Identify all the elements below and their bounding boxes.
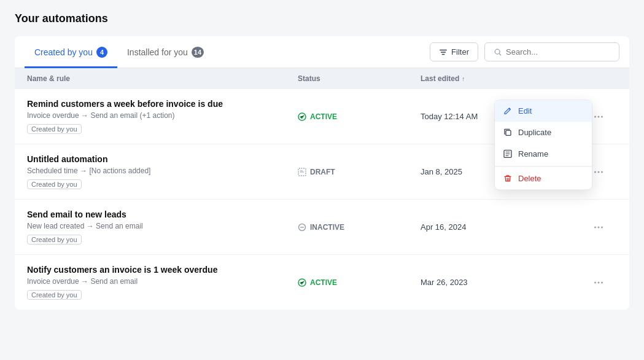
tab-installed-for-you-label: Installed for you bbox=[127, 47, 188, 57]
draft-icon bbox=[298, 168, 306, 176]
created-by-badge: Created by you bbox=[27, 290, 82, 300]
delete-label: Delete bbox=[518, 174, 541, 183]
check-icon bbox=[298, 112, 306, 121]
check-icon bbox=[298, 278, 306, 287]
status-cell: INACTIVE bbox=[298, 223, 421, 232]
col-last-edited-label: Last edited bbox=[421, 74, 459, 83]
more-button[interactable] bbox=[588, 219, 609, 235]
tabs-bar: Created by you 4 Installed for you 14 Fi… bbox=[15, 36, 629, 68]
svg-point-14 bbox=[598, 226, 600, 228]
col-name-rule: Name & rule bbox=[27, 74, 298, 83]
tabs-right: Filter bbox=[430, 42, 619, 61]
page-title: Your automations bbox=[15, 12, 629, 25]
edit-label: Edit bbox=[518, 106, 532, 115]
automation-rule: Invoice overdue → Send an email (+1 acti… bbox=[27, 111, 298, 120]
automation-name: Send email to new leads bbox=[27, 209, 298, 219]
svg-point-19 bbox=[601, 281, 603, 283]
dropdown-rename[interactable]: Rename bbox=[495, 143, 592, 165]
row-info: Send email to new leads New lead created… bbox=[27, 209, 298, 245]
svg-point-8 bbox=[601, 171, 603, 173]
table-header: Name & rule Status Last edited ↑ bbox=[15, 68, 629, 89]
row-info: Untitled automation Scheduled time → [No… bbox=[27, 154, 298, 189]
last-edited-cell: Apr 16, 2024 bbox=[421, 222, 580, 232]
dropdown-delete[interactable]: Delete bbox=[495, 168, 592, 189]
status-cell: ACTIVE bbox=[298, 278, 421, 287]
svg-point-6 bbox=[594, 171, 596, 173]
automation-rule: Invoice overdue → Send an email bbox=[27, 277, 298, 286]
tab-created-by-you[interactable]: Created by you 4 bbox=[25, 37, 117, 68]
status-label: INACTIVE bbox=[310, 223, 344, 232]
created-by-badge: Created by you bbox=[27, 124, 82, 134]
svg-point-13 bbox=[594, 226, 596, 228]
row-info: Remind customers a week before invoice i… bbox=[27, 99, 298, 134]
created-by-badge: Created by you bbox=[27, 179, 82, 189]
tab-created-by-you-badge: 4 bbox=[96, 47, 107, 58]
automation-name: Notify customers an invoice is 1 week ov… bbox=[27, 265, 298, 275]
svg-point-4 bbox=[601, 115, 603, 117]
svg-rect-9 bbox=[506, 130, 511, 135]
svg-point-15 bbox=[601, 226, 603, 228]
dropdown-edit[interactable]: Edit bbox=[495, 100, 592, 122]
inactive-icon bbox=[298, 223, 306, 232]
rename-icon bbox=[503, 149, 512, 158]
created-by-badge: Created by you bbox=[27, 235, 82, 245]
actions-cell bbox=[580, 219, 617, 235]
filter-label: Filter bbox=[451, 47, 469, 57]
table-row: Send email to new leads New lead created… bbox=[15, 200, 629, 255]
automation-rule: New lead created → Send an email bbox=[27, 222, 298, 230]
sort-arrow-icon: ↑ bbox=[462, 76, 465, 82]
ellipsis-icon bbox=[593, 277, 604, 288]
search-icon bbox=[494, 48, 502, 57]
status-label: DRAFT bbox=[310, 168, 335, 176]
automation-name: Untitled automation bbox=[27, 154, 298, 164]
filter-button[interactable]: Filter bbox=[430, 42, 478, 61]
svg-point-7 bbox=[598, 171, 600, 173]
col-status: Status bbox=[298, 74, 421, 83]
delete-icon bbox=[503, 174, 512, 182]
rule-text: New lead created → Send an email bbox=[27, 222, 143, 230]
last-edited-cell: Mar 26, 2023 bbox=[421, 278, 580, 287]
ellipsis-icon bbox=[593, 166, 604, 178]
status-cell: DRAFT bbox=[298, 168, 421, 176]
rule-text: Scheduled time → [No actions added] bbox=[27, 166, 150, 175]
svg-point-2 bbox=[594, 115, 596, 117]
svg-point-17 bbox=[594, 281, 596, 283]
edit-icon bbox=[503, 106, 512, 115]
table-row: Notify customers an invoice is 1 week ov… bbox=[15, 255, 629, 310]
duplicate-label: Duplicate bbox=[518, 128, 551, 137]
search-box[interactable] bbox=[484, 42, 619, 61]
actions-cell bbox=[580, 275, 617, 291]
dropdown-duplicate[interactable]: Duplicate bbox=[495, 122, 592, 143]
page-container: Your automations Created by you 4 Instal… bbox=[0, 0, 644, 360]
automations-table: Name & rule Status Last edited ↑ Remind … bbox=[15, 68, 629, 310]
rule-text: Invoice overdue → Send an email bbox=[27, 277, 138, 286]
ellipsis-icon bbox=[593, 111, 604, 122]
duplicate-icon bbox=[503, 128, 512, 136]
row-info: Notify customers an invoice is 1 week ov… bbox=[27, 265, 298, 300]
rule-text: Invoice overdue → Send an email (+1 acti… bbox=[27, 111, 174, 120]
status-cell: ACTIVE bbox=[298, 112, 421, 121]
more-button[interactable] bbox=[588, 275, 609, 291]
tab-created-by-you-label: Created by you bbox=[34, 47, 93, 57]
svg-point-18 bbox=[598, 281, 600, 283]
tabs-left: Created by you 4 Installed for you 14 bbox=[25, 36, 214, 68]
status-label: ACTIVE bbox=[310, 278, 337, 287]
svg-point-3 bbox=[598, 115, 600, 117]
filter-icon bbox=[439, 48, 448, 57]
dropdown-menu: Edit Duplicate Rename bbox=[494, 100, 592, 190]
status-label: ACTIVE bbox=[310, 112, 337, 121]
col-last-edited[interactable]: Last edited ↑ bbox=[421, 74, 580, 83]
automation-rule: Scheduled time → [No actions added] bbox=[27, 166, 298, 175]
dropdown-divider bbox=[495, 166, 592, 166]
table-row: Untitled automation Scheduled time → [No… bbox=[15, 144, 629, 200]
ellipsis-icon bbox=[593, 222, 604, 233]
tab-installed-for-you-badge: 14 bbox=[192, 47, 204, 58]
rename-label: Rename bbox=[518, 149, 548, 158]
search-input[interactable] bbox=[506, 47, 610, 57]
automation-name: Remind customers a week before invoice i… bbox=[27, 99, 298, 109]
col-actions bbox=[580, 74, 617, 83]
tab-installed-for-you[interactable]: Installed for you 14 bbox=[117, 37, 214, 68]
